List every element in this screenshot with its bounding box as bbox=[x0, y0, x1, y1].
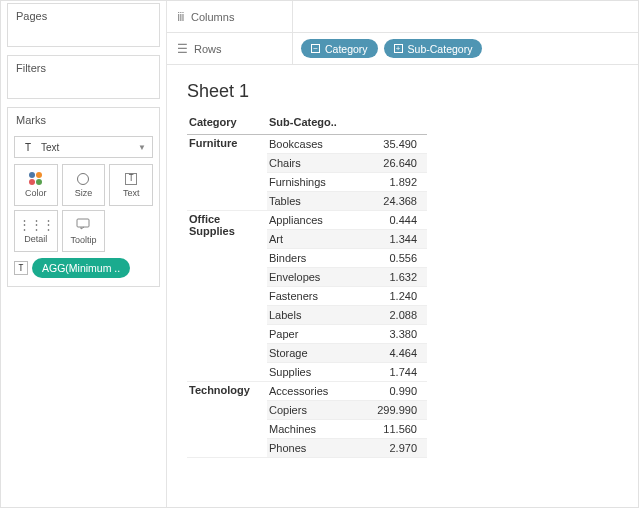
header-value bbox=[367, 114, 427, 135]
cell-value[interactable]: 24.368 bbox=[367, 192, 427, 211]
table-row[interactable]: TechnologyAccessories0.990 bbox=[187, 382, 427, 401]
rows-dropzone[interactable]: − Category + Sub-Category bbox=[293, 33, 638, 64]
marks-label: Marks bbox=[8, 108, 159, 132]
cell-subcategory[interactable]: Accessories bbox=[267, 382, 367, 401]
cell-subcategory[interactable]: Labels bbox=[267, 306, 367, 325]
cell-value[interactable]: 2.088 bbox=[367, 306, 427, 325]
sheet-title[interactable]: Sheet 1 bbox=[187, 81, 618, 102]
text-box-icon: T bbox=[125, 173, 137, 185]
color-dots-icon bbox=[29, 172, 42, 185]
cell-subcategory[interactable]: Fasteners bbox=[267, 287, 367, 306]
agg-pill-label: AGG(Minimum .. bbox=[42, 262, 120, 274]
rows-icon: ☰ bbox=[177, 42, 188, 56]
tooltip-button[interactable]: Tooltip bbox=[62, 210, 106, 252]
cell-subcategory[interactable]: Chairs bbox=[267, 154, 367, 173]
agg-pill[interactable]: AGG(Minimum .. bbox=[32, 258, 130, 278]
detail-icon: ⋮⋮⋮ bbox=[18, 218, 54, 231]
cell-subcategory[interactable]: Paper bbox=[267, 325, 367, 344]
cell-subcategory[interactable]: Bookcases bbox=[267, 135, 367, 154]
cell-value[interactable]: 3.380 bbox=[367, 325, 427, 344]
cell-subcategory[interactable]: Supplies bbox=[267, 363, 367, 382]
cell-subcategory[interactable]: Storage bbox=[267, 344, 367, 363]
side-panel: Pages Filters Marks T Text ▼ Color bbox=[1, 1, 167, 507]
cell-value[interactable]: 299.990 bbox=[367, 401, 427, 420]
row-pill-subcategory-label: Sub-Category bbox=[408, 43, 473, 55]
plus-box-icon: + bbox=[394, 44, 403, 53]
cell-value[interactable]: 1.744 bbox=[367, 363, 427, 382]
header-category[interactable]: Category bbox=[187, 114, 267, 135]
data-table: Category Sub-Catego.. FurnitureBookcases… bbox=[187, 114, 427, 458]
header-subcategory[interactable]: Sub-Catego.. bbox=[267, 114, 367, 135]
pages-label: Pages bbox=[8, 4, 159, 46]
cell-subcategory[interactable]: Phones bbox=[267, 439, 367, 458]
cell-subcategory[interactable]: Copiers bbox=[267, 401, 367, 420]
minus-box-icon: − bbox=[311, 44, 320, 53]
cell-category[interactable]: Technology bbox=[187, 382, 267, 458]
table-row[interactable]: FurnitureBookcases35.490 bbox=[187, 135, 427, 154]
main-area: ⅲ Columns ☰ Rows − Category + Sub-Catego… bbox=[167, 1, 638, 507]
columns-label: Columns bbox=[191, 11, 234, 23]
marks-panel: Marks T Text ▼ Color Size bbox=[7, 107, 160, 287]
filters-label: Filters bbox=[8, 56, 159, 98]
filters-panel[interactable]: Filters bbox=[7, 55, 160, 99]
mark-type-label: Text bbox=[41, 142, 59, 153]
pages-panel[interactable]: Pages bbox=[7, 3, 160, 47]
cell-subcategory[interactable]: Machines bbox=[267, 420, 367, 439]
size-label: Size bbox=[75, 188, 93, 198]
size-circle-icon bbox=[77, 173, 89, 185]
cell-value[interactable]: 0.556 bbox=[367, 249, 427, 268]
text-type-icon: T bbox=[21, 142, 35, 153]
cell-value[interactable]: 0.990 bbox=[367, 382, 427, 401]
text-label: Text bbox=[123, 188, 140, 198]
rows-shelf[interactable]: ☰ Rows − Category + Sub-Category bbox=[167, 33, 638, 65]
row-pill-subcategory[interactable]: + Sub-Category bbox=[384, 39, 483, 58]
text-mark-icon: T bbox=[14, 261, 28, 275]
color-button[interactable]: Color bbox=[14, 164, 58, 206]
table-row[interactable]: OfficeSuppliesAppliances0.444 bbox=[187, 211, 427, 230]
chevron-down-icon: ▼ bbox=[138, 143, 146, 152]
cell-category[interactable]: Furniture bbox=[187, 135, 267, 211]
cell-value[interactable]: 1.240 bbox=[367, 287, 427, 306]
columns-shelf[interactable]: ⅲ Columns bbox=[167, 1, 638, 33]
columns-icon: ⅲ bbox=[177, 10, 185, 24]
cell-value[interactable]: 4.464 bbox=[367, 344, 427, 363]
detail-button[interactable]: ⋮⋮⋮ Detail bbox=[14, 210, 58, 252]
cell-value[interactable]: 1.892 bbox=[367, 173, 427, 192]
rows-label: Rows bbox=[194, 43, 222, 55]
cell-subcategory[interactable]: Appliances bbox=[267, 211, 367, 230]
row-pill-category[interactable]: − Category bbox=[301, 39, 378, 58]
cell-subcategory[interactable]: Tables bbox=[267, 192, 367, 211]
cell-subcategory[interactable]: Binders bbox=[267, 249, 367, 268]
detail-label: Detail bbox=[24, 234, 47, 244]
cell-value[interactable]: 0.444 bbox=[367, 211, 427, 230]
text-button[interactable]: T Text bbox=[109, 164, 153, 206]
cell-value[interactable]: 1.344 bbox=[367, 230, 427, 249]
size-button[interactable]: Size bbox=[62, 164, 106, 206]
cell-subcategory[interactable]: Envelopes bbox=[267, 268, 367, 287]
cell-value[interactable]: 11.560 bbox=[367, 420, 427, 439]
svg-rect-0 bbox=[77, 219, 89, 227]
row-pill-category-label: Category bbox=[325, 43, 368, 55]
cell-category[interactable]: OfficeSupplies bbox=[187, 211, 267, 382]
cell-subcategory[interactable]: Furnishings bbox=[267, 173, 367, 192]
mark-type-select[interactable]: T Text ▼ bbox=[14, 136, 153, 158]
columns-dropzone[interactable] bbox=[293, 1, 638, 32]
cell-value[interactable]: 35.490 bbox=[367, 135, 427, 154]
color-label: Color bbox=[25, 188, 47, 198]
cell-value[interactable]: 1.632 bbox=[367, 268, 427, 287]
cell-value[interactable]: 2.970 bbox=[367, 439, 427, 458]
sheet-view: Sheet 1 Category Sub-Catego.. FurnitureB… bbox=[167, 65, 638, 507]
tooltip-icon bbox=[76, 218, 90, 232]
cell-subcategory[interactable]: Art bbox=[267, 230, 367, 249]
cell-value[interactable]: 26.640 bbox=[367, 154, 427, 173]
tooltip-label: Tooltip bbox=[70, 235, 96, 245]
